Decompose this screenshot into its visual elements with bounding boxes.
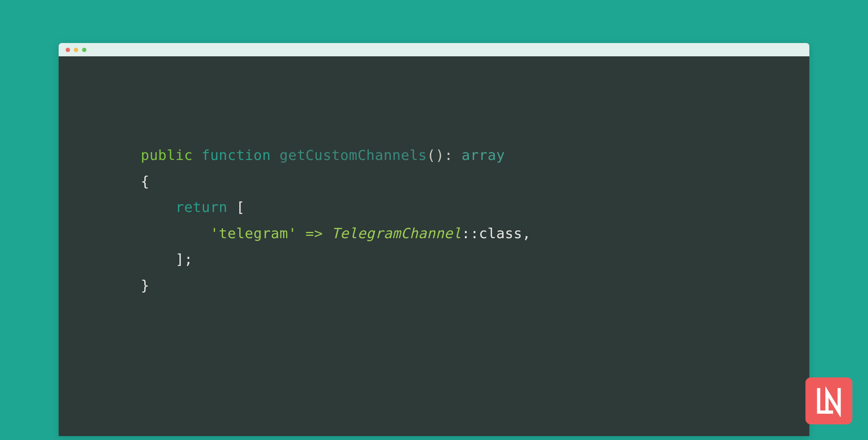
keyword-function: function (201, 147, 271, 163)
indent (141, 225, 210, 241)
static-class: ::class, (461, 225, 531, 241)
arrow-operator: => (297, 225, 332, 241)
code-line-1: public function getCustomChannels(): arr… (141, 142, 809, 169)
close-icon[interactable] (66, 48, 70, 52)
keyword-return: return (176, 199, 228, 215)
colon: : (444, 147, 461, 163)
code-line-3: return [ (141, 194, 809, 221)
code-line-5: ]; (141, 246, 809, 273)
ln-logo-icon (813, 385, 845, 417)
code-window: public function getCustomChannels(): arr… (59, 43, 809, 436)
close-brace: } (141, 277, 149, 293)
function-name: getCustomChannels (280, 147, 427, 163)
indent (141, 199, 176, 215)
return-type: array (462, 147, 505, 163)
logo-badge (805, 377, 852, 424)
maximize-icon[interactable] (82, 48, 86, 52)
code-line-4: 'telegram' => TelegramChannel::class, (141, 221, 809, 247)
keyword-public: public (141, 147, 193, 163)
class-name: TelegramChannel (332, 225, 462, 241)
parentheses: () (427, 147, 444, 163)
open-brace: { (141, 173, 149, 189)
string-literal: 'telegram' (210, 225, 297, 241)
indent (141, 251, 176, 267)
window-titlebar (59, 43, 809, 56)
open-bracket: [ (236, 199, 245, 215)
code-line-2: { (141, 169, 809, 195)
code-line-6: } (141, 273, 809, 299)
close-bracket: ]; (176, 251, 193, 267)
code-editor: public function getCustomChannels(): arr… (59, 56, 809, 299)
minimize-icon[interactable] (74, 48, 78, 52)
